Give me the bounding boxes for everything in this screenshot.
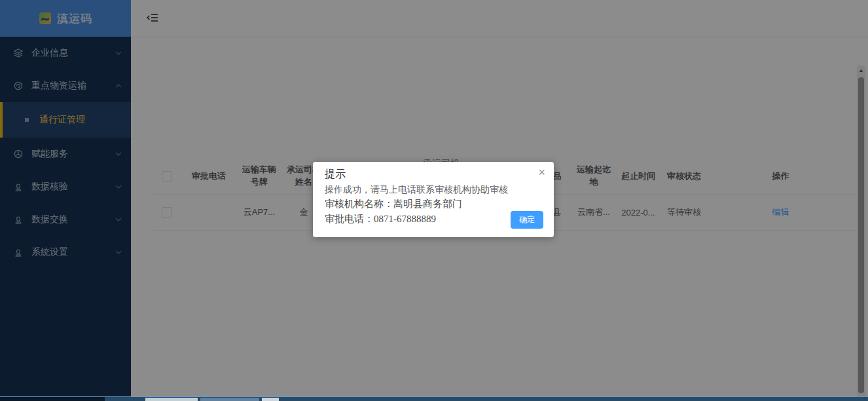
taskbar-sliver: [0, 396, 868, 401]
taskbar-window-button: [200, 398, 259, 401]
dialog-message: 操作成功，请马上电话联系审核机构协助审核: [325, 184, 508, 196]
alert-dialog: 提示 × 操作成功，请马上电话联系审核机构协助审核 审核机构名称：嵩明县商务部门…: [313, 162, 554, 237]
taskbar-window-button: [145, 398, 198, 401]
dialog-org-line: 审核机构名称：嵩明县商务部门: [325, 198, 462, 210]
close-icon[interactable]: ×: [538, 166, 545, 178]
taskbar-window-button: [262, 398, 279, 401]
dialog-title: 提示: [325, 168, 346, 181]
dialog-phone-line: 审批电话：0871-67888889: [325, 213, 436, 225]
taskbar-left-segment: [0, 397, 105, 401]
app-window: 滇运码 企业信息 重点物资运输 通行证管理: [0, 0, 868, 401]
confirm-button[interactable]: 确定: [511, 211, 543, 229]
